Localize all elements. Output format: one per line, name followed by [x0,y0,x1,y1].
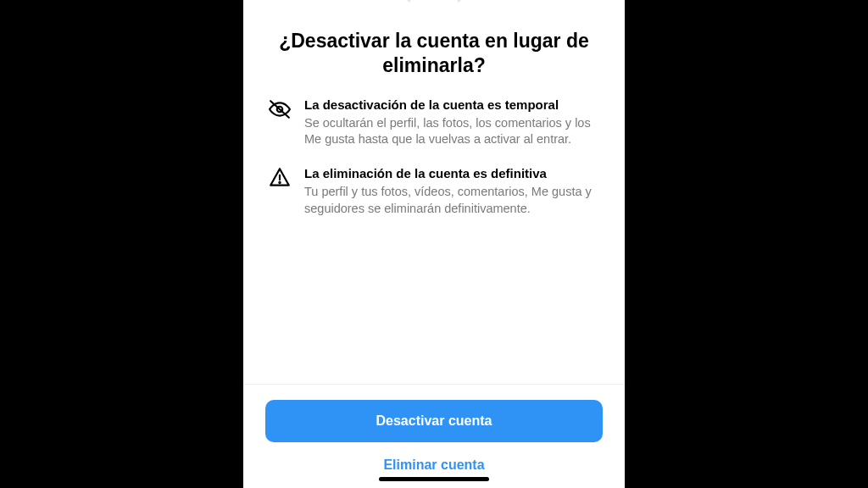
dialog-footer: Desactivar cuenta Eliminar cuenta [243,384,625,488]
svg-point-3 [279,182,280,183]
info-item-delete: La eliminación de la cuenta es definitiv… [267,165,601,217]
info-item-title: La desactivación de la cuenta es tempora… [304,97,599,114]
dialog-title: ¿Desactivar la cuenta en lugar de elimin… [273,29,595,78]
warning-icon [269,167,291,189]
avatar-placeholder-icon [397,0,471,12]
info-item-title: La eliminación de la cuenta es definitiv… [304,165,599,182]
avatar-container [267,0,601,17]
dialog-content: ¿Desactivar la cuenta en lugar de elimin… [243,0,625,384]
info-item-desc: Tu perfil y tus fotos, vídeos, comentari… [304,184,599,217]
phone-screen: ¿Desactivar la cuenta en lugar de elimin… [243,0,625,488]
eye-off-icon [269,98,291,120]
delete-account-button[interactable]: Eliminar cuenta [383,458,484,473]
deactivate-account-button[interactable]: Desactivar cuenta [265,400,603,442]
info-item-desc: Se ocultarán el perfil, las fotos, los c… [304,115,599,148]
info-item-deactivate: La desactivación de la cuenta es tempora… [267,97,601,148]
home-indicator[interactable] [379,477,489,481]
